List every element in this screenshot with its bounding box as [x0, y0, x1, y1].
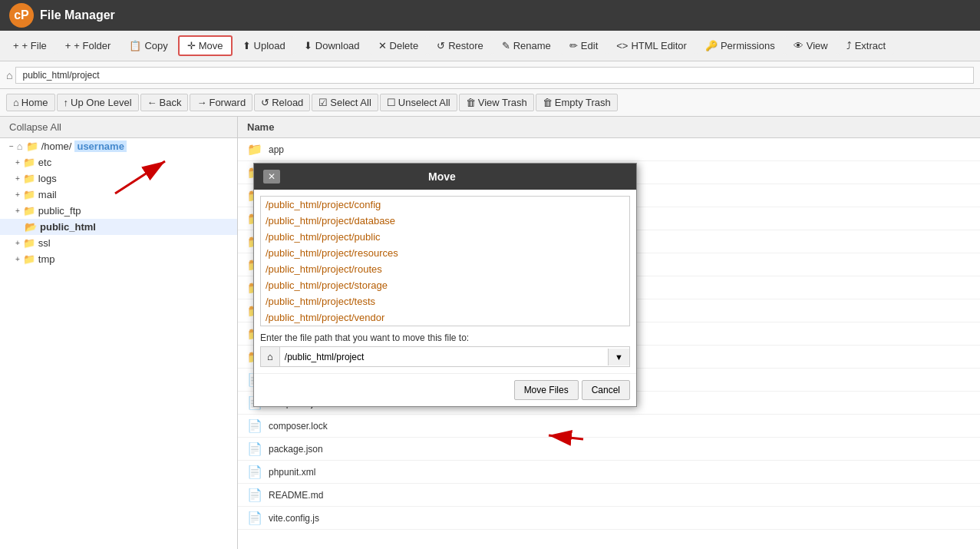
plus-toggle-icon: +: [15, 255, 20, 263]
back-icon: ←: [147, 97, 157, 108]
upload-icon: ⬆: [243, 40, 251, 51]
modal-path-listbox[interactable]: /public_html/project/config /public_html…: [260, 196, 630, 326]
permissions-icon: 🔑: [705, 40, 718, 51]
list-item[interactable]: /public_html/project/tests: [261, 293, 629, 309]
file-icon: 📄: [247, 511, 262, 525]
home-nav-button[interactable]: ⌂ Home: [6, 94, 55, 111]
list-item[interactable]: /public_html/project/database: [261, 213, 629, 229]
tree-label: /home/: [41, 141, 72, 152]
list-item[interactable]: /public_html/project/config: [261, 197, 629, 213]
permissions-button[interactable]: 🔑 Permissions: [697, 36, 784, 55]
sidebar-item-home-root[interactable]: − ⌂ 📁 /home/ username: [0, 138, 237, 154]
copy-button[interactable]: 📋 Copy: [120, 36, 176, 55]
list-item[interactable]: /public_html/project/resources: [261, 245, 629, 261]
edit-icon: ✏: [569, 40, 578, 51]
back-button[interactable]: ← Back: [140, 94, 189, 111]
restore-icon: ↺: [437, 40, 445, 51]
forward-icon: →: [196, 97, 206, 108]
minus-toggle-icon: −: [9, 142, 14, 150]
forward-button[interactable]: → Forward: [190, 94, 252, 111]
view-trash-button[interactable]: 🗑 View Trash: [459, 94, 534, 111]
empty-trash-button[interactable]: 🗑 Empty Trash: [536, 94, 618, 111]
new-folder-button[interactable]: + + Folder: [57, 36, 120, 55]
home-nav-icon: ⌂: [13, 97, 19, 108]
plus-toggle-icon: +: [15, 239, 20, 247]
table-row[interactable]: 📄 README.md: [238, 484, 980, 507]
rename-button[interactable]: ✎ Rename: [493, 36, 559, 55]
edit-button[interactable]: ✏ Edit: [561, 36, 606, 55]
up-one-level-button[interactable]: ↑ Up One Level: [57, 94, 139, 111]
cp-logo: cP: [9, 3, 34, 28]
tree-username: username: [74, 141, 126, 152]
plus-icon: +: [13, 40, 19, 51]
modal-body: /public_html/project/config /public_html…: [254, 190, 636, 373]
sidebar-item-etc[interactable]: + 📁 etc: [0, 154, 237, 170]
unselect-all-icon: ☐: [387, 97, 396, 108]
plus-toggle-icon: +: [15, 207, 20, 215]
modal-dropdown-button[interactable]: ▼: [608, 349, 629, 365]
new-file-button[interactable]: + + File: [5, 36, 55, 55]
modal-close-button[interactable]: ✕: [263, 170, 280, 184]
folder-icon: 📁: [23, 237, 35, 249]
move-files-button[interactable]: Move Files: [514, 380, 579, 400]
modal-path-input-row: ⌂ ▼: [260, 346, 630, 367]
home-icon: ⌂: [17, 141, 23, 152]
addressbar-path-input[interactable]: [15, 67, 974, 84]
folder-plus-icon: +: [65, 40, 71, 51]
copy-icon: 📋: [129, 40, 141, 51]
reload-button[interactable]: ↺ Reload: [254, 94, 310, 111]
view-button[interactable]: 👁 View: [785, 36, 836, 55]
folder-icon: 📁: [23, 253, 35, 265]
sidebar-item-public-ftp[interactable]: + 📁 public_ftp: [0, 203, 237, 219]
table-row[interactable]: 📄 package.json: [238, 438, 980, 461]
unselect-all-button[interactable]: ☐ Unselect All: [380, 94, 457, 111]
sidebar-item-public-html[interactable]: 📂 public_html: [0, 219, 237, 235]
html-editor-icon: <>: [616, 40, 628, 51]
rename-icon: ✎: [502, 40, 510, 51]
file-icon: 📄: [247, 465, 262, 479]
sidebar-item-logs[interactable]: + 📁 logs: [0, 170, 237, 187]
delete-button[interactable]: ✕ Delete: [370, 36, 427, 55]
sidebar-item-tmp[interactable]: + 📁 tmp: [0, 251, 237, 267]
list-item[interactable]: /public_html/project/vendor: [261, 309, 629, 326]
upload-button[interactable]: ⬆ Upload: [234, 36, 294, 55]
folder-open-icon: 📂: [25, 221, 37, 233]
file-icon: 📄: [247, 442, 262, 456]
table-row[interactable]: 📄 phpunit.xml: [238, 461, 980, 484]
download-icon: ⬇: [304, 40, 312, 51]
addressbar-home-icon: ⌂: [6, 69, 12, 81]
list-item[interactable]: /public_html/project/routes: [261, 261, 629, 277]
select-all-button[interactable]: ☑ Select All: [312, 94, 378, 111]
modal-header: ✕ Move: [254, 164, 636, 190]
collapse-all-button[interactable]: Collapse All: [0, 117, 237, 138]
plus-toggle-icon: +: [15, 190, 20, 199]
restore-button[interactable]: ↺ Restore: [428, 36, 492, 55]
modal-input-label: Enter the file path that you want to mov…: [260, 326, 630, 346]
cancel-button[interactable]: Cancel: [582, 380, 630, 400]
modal-path-input[interactable]: [280, 348, 608, 366]
file-icon: 📄: [247, 488, 262, 502]
modal-home-button[interactable]: ⌂: [261, 347, 280, 366]
sidebar-item-mail[interactable]: + 📁 mail: [0, 187, 237, 203]
move-modal: ✕ Move /public_html/project/config /publ…: [253, 163, 637, 407]
table-row[interactable]: 📁 app: [238, 138, 980, 161]
reload-icon: ↺: [261, 97, 269, 108]
folder-icon: 📁: [23, 173, 35, 184]
sidebar-item-ssl[interactable]: + 📁 ssl: [0, 235, 237, 251]
extract-button[interactable]: ⤴ Extract: [838, 36, 894, 55]
folder-icon: 📁: [23, 205, 35, 217]
move-button[interactable]: ✛ Move: [178, 35, 233, 56]
main-layout: Collapse All − ⌂ 📁 /home/ username + 📁 e…: [0, 117, 980, 549]
toolbar: + + File + + Folder 📋 Copy ✛ Move ⬆ Uplo…: [0, 31, 980, 61]
html-editor-button[interactable]: <> HTML Editor: [608, 36, 695, 55]
extract-icon: ⤴: [846, 40, 852, 51]
table-row[interactable]: 📄 composer.lock: [238, 415, 980, 438]
list-item[interactable]: /public_html/project/storage: [261, 277, 629, 293]
addressbar: ⌂: [0, 61, 980, 89]
app-title: File Manager: [40, 8, 115, 22]
download-button[interactable]: ⬇ Download: [295, 36, 368, 55]
table-row[interactable]: 📄 vite.config.js: [238, 507, 980, 530]
list-item[interactable]: /public_html/project/public: [261, 229, 629, 245]
folder-icon: 📁: [23, 157, 35, 168]
modal-footer: Move Files Cancel: [254, 373, 636, 406]
